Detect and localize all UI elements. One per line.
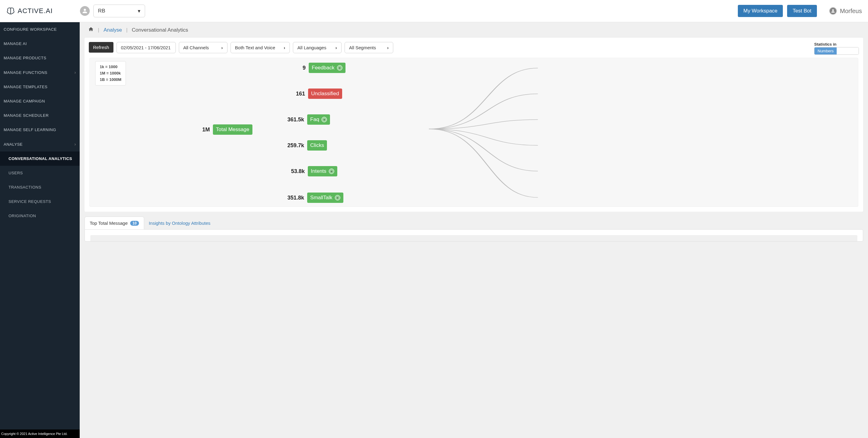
user-menu[interactable]: Morfeus bbox=[829, 7, 862, 15]
chevron-right-icon: › bbox=[74, 142, 76, 147]
legend-line: 1k = 1000 bbox=[100, 64, 121, 70]
node-clicks[interactable]: 259.7k Clicks bbox=[287, 140, 327, 151]
breadcrumb: | Analyse | Conversational Analytics bbox=[80, 22, 868, 38]
org-selector[interactable]: RB ▾ bbox=[93, 5, 145, 17]
chevron-right-icon: › bbox=[284, 45, 285, 50]
node-label: Clicks bbox=[307, 140, 327, 151]
stats-label: Statistics in bbox=[814, 42, 859, 46]
refresh-button[interactable]: Refresh bbox=[89, 42, 114, 53]
chevron-right-icon: › bbox=[221, 45, 223, 50]
node-value: 259.7k bbox=[287, 142, 304, 149]
tab-badge: 10 bbox=[130, 221, 139, 226]
stats-toggle-other[interactable] bbox=[837, 48, 859, 55]
expand-icon[interactable]: + bbox=[329, 168, 334, 174]
node-value: 1M bbox=[202, 127, 210, 133]
node-feedback[interactable]: 9 Feedback + bbox=[303, 63, 345, 73]
sidebar-item-manage-campaign[interactable]: MANAGE CAMPAIGN bbox=[0, 94, 80, 108]
node-label: Total Message bbox=[213, 124, 252, 135]
channels-dropdown[interactable]: All Channels › bbox=[179, 42, 227, 53]
person-icon bbox=[831, 8, 835, 13]
breadcrumb-current: Conversational Analytics bbox=[132, 27, 188, 33]
languages-dropdown[interactable]: All Languages › bbox=[293, 42, 342, 53]
node-label: Unclassified bbox=[308, 89, 342, 99]
expand-icon[interactable]: + bbox=[335, 195, 340, 200]
brain-icon bbox=[6, 6, 15, 15]
sidebar-item-configure-workspace[interactable]: CONFIGURE WORKSPACE bbox=[0, 22, 80, 36]
stats-toggle-group[interactable]: Numbers bbox=[814, 47, 859, 55]
legend-line: 1B = 1000M bbox=[100, 77, 121, 83]
sidebar-item-manage-self-learning[interactable]: MANAGE SELF LEARNING bbox=[0, 123, 80, 137]
tab-content-placeholder bbox=[90, 235, 857, 241]
sidebar-subitem-users[interactable]: USERS bbox=[0, 166, 80, 180]
sidebar-item-manage-ai[interactable]: MANAGE AI bbox=[0, 36, 80, 51]
dropdown-value: All Languages bbox=[298, 45, 326, 50]
tab-label: Insights by Ontology Attributes bbox=[149, 221, 211, 226]
breadcrumb-analyse[interactable]: Analyse bbox=[103, 27, 122, 33]
node-value: 361.5k bbox=[287, 117, 304, 123]
legend: 1k = 1000 1M = 1000k 1B = 1000M bbox=[95, 61, 126, 86]
sidebar-item-manage-products[interactable]: MANAGE PRODUCTS bbox=[0, 51, 80, 65]
tab-top-total-message[interactable]: Top Total Message 10 bbox=[85, 217, 144, 229]
brand-text: ACTIVE.AI bbox=[18, 7, 53, 15]
sidebar-item-manage-scheduler[interactable]: MANAGE SCHEDULER bbox=[0, 108, 80, 123]
user-name: Morfeus bbox=[840, 8, 862, 14]
sidebar-subitem-conversational-analytics[interactable]: CONVERSATIONAL ANALYTICS bbox=[0, 152, 80, 166]
copyright: Copyright © 2021 Active Intelligence Pte… bbox=[0, 430, 80, 438]
sidebar-item-manage-functions[interactable]: MANAGE FUNCTIONS › bbox=[0, 65, 80, 80]
analytics-panel: Refresh 02/05/2021 - 17/06/2021 All Chan… bbox=[85, 38, 863, 212]
main-content: | Analyse | Conversational Analytics Ref… bbox=[80, 22, 868, 438]
legend-line: 1M = 1000k bbox=[100, 70, 121, 77]
org-selector-value: RB bbox=[98, 8, 105, 14]
expand-icon[interactable]: + bbox=[337, 65, 342, 70]
node-value: 161 bbox=[296, 91, 305, 97]
node-label: Faq bbox=[310, 117, 319, 123]
person-icon bbox=[82, 8, 88, 14]
filter-row: Refresh 02/05/2021 - 17/06/2021 All Chan… bbox=[89, 42, 859, 55]
test-bot-button[interactable]: Test Bot bbox=[787, 5, 816, 17]
tab-content bbox=[85, 229, 863, 242]
node-intents[interactable]: 53.8k Intents + bbox=[291, 166, 337, 177]
tab-insights-ontology[interactable]: Insights by Ontology Attributes bbox=[144, 217, 215, 229]
topbar: ACTIVE.AI RB ▾ My Workspace Test Bot Mor… bbox=[0, 0, 868, 22]
sidebar-subitem-origination[interactable]: ORIGINATION bbox=[0, 209, 80, 223]
node-label: Intents bbox=[311, 168, 326, 174]
org-avatar bbox=[80, 6, 90, 16]
expand-icon[interactable]: + bbox=[321, 117, 327, 122]
dropdown-value: Both Text and Voice bbox=[235, 45, 275, 50]
dropdown-value: All Segments bbox=[349, 45, 376, 50]
my-workspace-button[interactable]: My Workspace bbox=[738, 5, 783, 17]
sidebar: CONFIGURE WORKSPACE MANAGE AI MANAGE PRO… bbox=[0, 22, 80, 438]
stats-toggle-numbers[interactable]: Numbers bbox=[814, 48, 837, 55]
node-value: 53.8k bbox=[291, 168, 305, 175]
sidebar-item-label: ANALYSE bbox=[4, 142, 23, 147]
home-icon[interactable] bbox=[88, 27, 94, 33]
user-avatar bbox=[829, 7, 837, 15]
sidebar-subitem-transactions[interactable]: TRANSACTIONS bbox=[0, 180, 80, 194]
segments-dropdown[interactable]: All Segments › bbox=[345, 42, 393, 53]
bottom-tabs: Top Total Message 10 Insights by Ontolog… bbox=[85, 217, 863, 229]
analytics-diagram: 1k = 1000 1M = 1000k 1B = 1000M 1M Total… bbox=[89, 58, 858, 207]
chevron-right-icon: › bbox=[387, 45, 389, 50]
chevron-right-icon: › bbox=[336, 45, 337, 50]
sidebar-item-label: MANAGE FUNCTIONS bbox=[4, 70, 48, 75]
node-faq[interactable]: 361.5k Faq + bbox=[287, 114, 330, 125]
tab-label: Top Total Message bbox=[90, 221, 128, 226]
sidebar-item-manage-templates[interactable]: MANAGE TEMPLATES bbox=[0, 80, 80, 94]
node-unclassified[interactable]: 161 Unclassified bbox=[296, 89, 342, 99]
node-label: Feedback bbox=[312, 65, 335, 71]
caret-down-icon: ▾ bbox=[138, 8, 141, 14]
sidebar-subitem-service-requests[interactable]: SERVICE REQUESTS bbox=[0, 194, 80, 209]
brand-logo: ACTIVE.AI bbox=[6, 6, 53, 15]
chevron-right-icon: › bbox=[74, 70, 76, 75]
mode-dropdown[interactable]: Both Text and Voice › bbox=[230, 42, 290, 53]
stats-toggle: Statistics in Numbers bbox=[814, 42, 859, 55]
node-total-message[interactable]: 1M Total Message bbox=[202, 124, 252, 135]
dropdown-value: All Channels bbox=[183, 45, 209, 50]
breadcrumb-sep: | bbox=[98, 27, 99, 33]
breadcrumb-sep: | bbox=[126, 27, 127, 33]
node-value: 351.8k bbox=[287, 195, 304, 201]
daterange-input[interactable]: 02/05/2021 - 17/06/2021 bbox=[117, 42, 176, 53]
sidebar-item-analyse[interactable]: ANALYSE › bbox=[0, 137, 80, 152]
node-smalltalk[interactable]: 351.8k SmallTalk + bbox=[287, 192, 343, 203]
node-value: 9 bbox=[303, 65, 306, 71]
